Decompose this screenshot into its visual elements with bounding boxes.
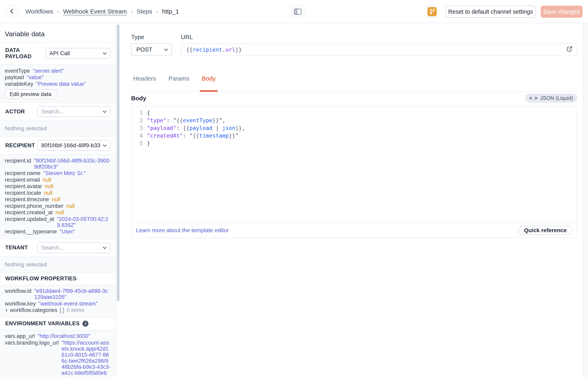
code-line-content: "payload": {{payload | json}}, bbox=[147, 125, 245, 131]
data-payload-selected-value: API Call bbox=[49, 50, 100, 57]
quick-reference-button[interactable]: Quick reference bbox=[518, 226, 572, 235]
code-token: }} bbox=[235, 125, 242, 131]
sidebar-toggle-button[interactable] bbox=[291, 6, 304, 18]
code-line-content: { bbox=[147, 110, 150, 116]
variable-kv-row: payload"value" bbox=[5, 74, 111, 80]
code-token: payload bbox=[189, 125, 212, 131]
variable-key: recipient.created_at bbox=[5, 210, 53, 215]
url-field: URL {{recipient.url}} bbox=[181, 34, 577, 56]
recipient-row: RECIPIENT 80f1f4bf-166d-48f9-b33c-39009d… bbox=[0, 136, 116, 154]
breadcrumb-item[interactable]: Webhook Event Stream bbox=[63, 8, 127, 15]
variable-key: recipient.email bbox=[5, 177, 40, 183]
variable-kv-row: vars.app_url"http://localhost:3000" bbox=[5, 333, 111, 339]
code-line: 4"createdAt": "{{timestamp}}" bbox=[131, 132, 577, 139]
workflow-properties-section: workflow.id"e91ddae4-7f99-45cb-a688-3c12… bbox=[0, 285, 116, 317]
template-editor-docs-link[interactable]: Learn more about the template editor bbox=[136, 227, 229, 234]
variable-kv-row: recipient.avatarnull bbox=[5, 183, 111, 189]
chevron-down-icon bbox=[103, 143, 106, 147]
top-bar: Workflows›Webhook Event Stream›Steps›htt… bbox=[0, 0, 588, 23]
sidebar-scrollbar-thumb[interactable] bbox=[117, 24, 119, 301]
variable-key: recipient.name bbox=[5, 170, 40, 176]
data-payload-select[interactable]: API Call bbox=[45, 48, 110, 59]
variable-value: "http://localhost:3000" bbox=[38, 333, 90, 339]
main-panel: Type POST URL {{recipient.url}} HeadersP… bbox=[120, 23, 583, 377]
variable-kv-row: recipient.localenull bbox=[5, 190, 111, 196]
edit-preview-data-button[interactable]: Edit preview data bbox=[5, 89, 56, 99]
code-token: {{ bbox=[176, 117, 183, 123]
variable-key: recipient.phone_number bbox=[5, 203, 63, 209]
variable-key: recipient.locale bbox=[5, 190, 41, 196]
workflow-categories-bracket: [ ] bbox=[60, 307, 64, 313]
info-icon[interactable]: i bbox=[82, 321, 88, 327]
code-token: " bbox=[235, 132, 238, 139]
tenant-label: TENANT bbox=[5, 245, 28, 251]
variable-key: workflow.key bbox=[5, 301, 36, 307]
workflow-properties-header: WORKFLOW PROPERTIES bbox=[0, 272, 116, 285]
code-token: }} bbox=[212, 117, 219, 123]
workflow-categories-key: workflow.categories bbox=[10, 307, 58, 313]
variable-value: "e91ddae4-7f99-45cb-a688-3c129aae3105" bbox=[34, 288, 111, 300]
tab-body[interactable]: Body bbox=[200, 75, 218, 92]
code-token: {{ bbox=[183, 125, 189, 131]
code-token: {{ bbox=[186, 47, 193, 53]
variable-key: recipient.updated_at bbox=[5, 216, 54, 228]
code-line-content: "createdAt": "{{timestamp}}" bbox=[147, 132, 238, 139]
commit-button[interactable] bbox=[426, 6, 438, 18]
variable-key: recipient.timezone bbox=[5, 196, 49, 202]
variable-kv-row: workflow.id"e91ddae4-7f99-45cb-a688-3c12… bbox=[5, 288, 111, 300]
http-method-select[interactable]: POST bbox=[131, 43, 172, 56]
chevron-left-icon bbox=[10, 9, 15, 14]
workflow-categories-row[interactable]: workflow.categories [ ] 0 items bbox=[5, 307, 111, 313]
variable-value: "Preview data value" bbox=[36, 81, 86, 87]
reset-channel-settings-button[interactable]: Reset to default channel settings bbox=[446, 6, 536, 18]
request-tabs: HeadersParamsBody bbox=[131, 75, 577, 92]
recipient-select[interactable]: 80f1f4bf-166d-48f9-b33c-39009df20bc3 bbox=[37, 140, 110, 151]
line-number: 2 bbox=[131, 117, 147, 123]
variable-value: "webhook-event-stream" bbox=[38, 301, 98, 307]
actor-select[interactable]: Search... bbox=[37, 106, 110, 117]
code-token: json bbox=[222, 125, 235, 131]
breadcrumb-item[interactable]: Steps bbox=[137, 8, 152, 15]
variable-kv-row: recipient.name"Steven Metz Sr." bbox=[5, 170, 111, 176]
variable-value: null bbox=[45, 183, 53, 189]
actor-row: ACTOR Search... bbox=[0, 102, 116, 120]
variable-kv-row: recipient.id"80f1f4bf-166d-48f9-b33c-390… bbox=[5, 158, 111, 170]
variable-kv-row: recipient.updated_at"2024-03-05T00:42:29… bbox=[5, 216, 111, 228]
tab-params[interactable]: Params bbox=[166, 75, 191, 91]
save-changes-button[interactable]: Save changes bbox=[541, 6, 583, 18]
tenant-select[interactable]: Search... bbox=[37, 242, 110, 253]
tenant-search-placeholder: Search... bbox=[41, 245, 100, 251]
url-input[interactable]: {{recipient.url}} bbox=[181, 43, 577, 56]
preview-data-section: eventType"server:alert"payload"value"var… bbox=[0, 64, 116, 102]
variable-value: null bbox=[55, 210, 64, 215]
back-button[interactable] bbox=[6, 5, 18, 17]
tenant-empty-state: Nothing selected bbox=[0, 257, 116, 272]
code-token: timestamp bbox=[199, 132, 229, 139]
breadcrumb-item[interactable]: Workflows bbox=[25, 8, 53, 15]
request-config-row: Type POST URL {{recipient.url}} bbox=[131, 34, 577, 56]
variable-key: recipient.avatar bbox=[5, 183, 42, 189]
code-token: "payload" bbox=[147, 125, 176, 131]
code-editor-area[interactable]: 1{2"type": "{{eventType}}",3"payload": {… bbox=[131, 106, 577, 223]
code-token: , bbox=[242, 125, 245, 131]
chevron-down-icon bbox=[164, 47, 168, 51]
external-link-icon[interactable] bbox=[566, 45, 573, 54]
code-token: }} bbox=[229, 132, 235, 139]
tab-headers[interactable]: Headers bbox=[131, 75, 158, 91]
variable-kv-row: recipient.phone_numbernull bbox=[5, 203, 111, 209]
main-scroll-gutter[interactable] bbox=[583, 23, 588, 377]
line-number: 4 bbox=[131, 132, 147, 139]
data-payload-row: DATA PAYLOAD API Call bbox=[0, 42, 116, 64]
recipient-label: RECIPIENT bbox=[5, 142, 35, 149]
body-section-label: Body bbox=[131, 95, 146, 102]
variable-key: variableKey bbox=[5, 81, 33, 87]
language-badge-label: JSON (Liquid) bbox=[540, 95, 573, 101]
actor-search-placeholder: Search... bbox=[41, 108, 100, 115]
code-token: {{ bbox=[193, 132, 200, 139]
body-template-editor[interactable]: 1{2"type": "{{eventType}}",3"payload": {… bbox=[131, 106, 577, 238]
variable-kv-row: vars.branding.logo_url"https://account-a… bbox=[5, 340, 111, 377]
workflow-categories-count: 0 items bbox=[67, 307, 84, 313]
environment-variables-label: ENVIRONMENT VARIABLES bbox=[5, 320, 80, 327]
code-token: }} bbox=[235, 47, 242, 53]
variable-value: null bbox=[44, 190, 52, 196]
